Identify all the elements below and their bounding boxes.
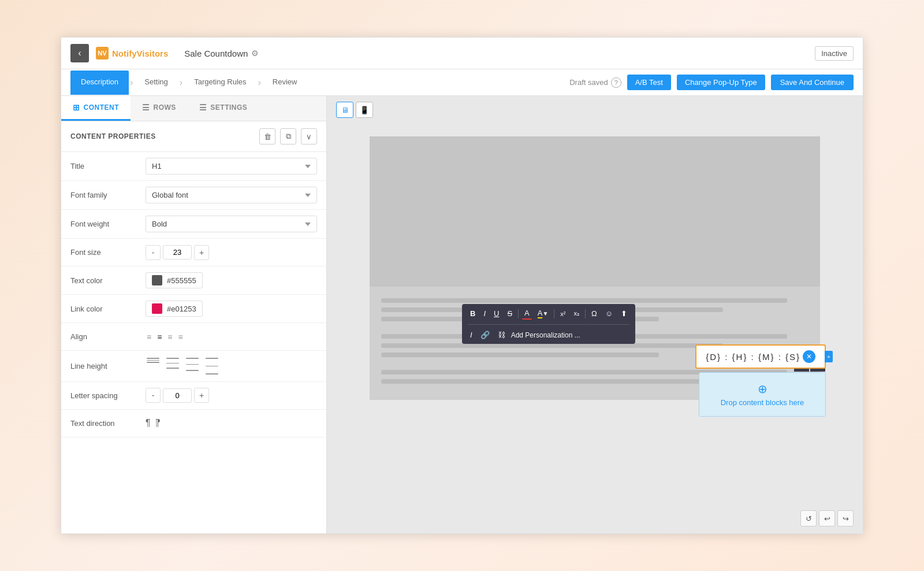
strikethrough-button[interactable]: S (505, 308, 515, 319)
tab-actions: Draft saved ? A/B Test Change Pop-Up Typ… (569, 75, 854, 90)
text-direction-buttons: ¶ ¶ (146, 418, 317, 428)
delete-property-button[interactable]: 🗑 (259, 128, 275, 144)
font-size-plus-button[interactable]: + (194, 245, 209, 260)
properties-title: CONTENT PROPERTIES (70, 132, 156, 140)
canvas-bottom-toolbar: ↺ ↩ ↪ (800, 510, 854, 526)
font-weight-select[interactable]: Bold Normal Light (146, 216, 317, 232)
text-line-1 (381, 298, 787, 303)
link-color-label: Link color (70, 305, 146, 313)
font-weight-label: Font weight (70, 220, 146, 228)
collapse-property-button[interactable]: ∨ (301, 128, 317, 144)
change-popup-button[interactable]: Change Pop-Up Type (677, 75, 765, 90)
undo-history-button[interactable]: ↺ (800, 510, 817, 526)
link-color-hex: #e01253 (167, 305, 196, 313)
sub-tab-content[interactable]: ⊞ CONTENT (61, 96, 131, 121)
italic2-button[interactable]: I (468, 329, 475, 340)
line-height-1-button[interactable] (146, 357, 161, 376)
sub-tab-settings[interactable]: ☰ SETTINGS (188, 96, 259, 121)
link-color-dot (152, 303, 162, 314)
title-select-wrapper: H1 H2 H3 H4 (146, 158, 317, 175)
highlight-button[interactable]: A ▼ (535, 307, 551, 320)
align-left-button[interactable]: ≡ (146, 331, 152, 343)
letter-spacing-plus-button[interactable]: + (194, 388, 209, 403)
subscript-button[interactable]: x₂ (572, 309, 582, 318)
italic-button[interactable]: I (481, 308, 488, 319)
countdown-text: {D} : {H} : {M} : {S} (706, 352, 800, 362)
add-personalization-button[interactable]: Add Personalization ... (511, 331, 580, 339)
title-select[interactable]: H1 H2 H3 H4 (146, 158, 317, 175)
font-size-minus-button[interactable]: - (146, 245, 161, 260)
superscript-button[interactable]: x² (558, 309, 568, 318)
title-label: Title (70, 162, 146, 170)
prop-row-align: Align ≡ ≡ ≡ ≡ (61, 323, 326, 351)
text-color-value: #555555 (146, 272, 317, 288)
line-height-2-button[interactable] (165, 357, 180, 376)
content-grid-icon: ⊞ (73, 103, 80, 112)
status-badge: Inactive (815, 46, 854, 61)
toolbar-row-divider (468, 324, 629, 325)
popup-bottom-area: B I U S A A ▼ x² x₂ (370, 287, 820, 400)
desktop-view-button[interactable]: 🖥 (336, 102, 353, 118)
text-dir-ltr-button[interactable]: ¶ (146, 418, 151, 428)
bold-button[interactable]: B (468, 308, 478, 319)
left-panel: ⊞ CONTENT ☰ ROWS ☰ SETTINGS CONTENT PROP… (61, 96, 327, 533)
emoji-button[interactable]: ☺ (603, 308, 615, 319)
upload-button[interactable]: ⬆ (619, 308, 629, 319)
tab-separator-2: › (180, 77, 182, 88)
font-color-button[interactable]: A (522, 307, 532, 320)
align-justify-button[interactable]: ≡ (177, 331, 184, 343)
tab-bar: Description › Setting › Targeting Rules … (61, 69, 863, 96)
tab-review[interactable]: Review (262, 71, 308, 95)
tab-setting[interactable]: Setting (134, 71, 178, 95)
text-direction-options: ¶ ¶ (146, 418, 317, 428)
line-height-options (146, 357, 317, 376)
toolbar-sep-2 (554, 309, 554, 318)
text-dir-rtl-button[interactable]: ¶ (155, 418, 161, 428)
align-right-button[interactable]: ≡ (166, 331, 173, 343)
letter-spacing-control: - + (146, 388, 317, 403)
font-weight-select-wrapper: Bold Normal Light (146, 216, 317, 232)
gear-icon[interactable]: ⚙ (251, 49, 259, 58)
undo-button[interactable]: ↩ (819, 510, 835, 526)
font-family-select[interactable]: Global font Arial Georgia (146, 187, 317, 203)
redo-button[interactable]: ↪ (837, 510, 854, 526)
align-center-button[interactable]: ≡ (156, 331, 163, 343)
link-button[interactable]: 🔗 (478, 329, 492, 340)
popup-top-area (370, 136, 820, 287)
save-continue-button[interactable]: Save And Continue (771, 75, 854, 90)
back-button[interactable]: ‹ (70, 44, 89, 62)
canvas-content: B I U S A A ▼ x² x₂ (327, 125, 863, 533)
line-height-4-button[interactable] (204, 357, 219, 376)
letter-spacing-input[interactable] (163, 388, 192, 403)
help-icon[interactable]: ? (611, 77, 621, 88)
text-line-5 (381, 343, 723, 348)
text-color-swatch[interactable]: #555555 (146, 272, 203, 288)
prop-row-font-weight: Font weight Bold Normal Light (61, 210, 326, 239)
font-family-label: Font family (70, 191, 146, 199)
countdown-close-button[interactable]: ✕ (803, 350, 815, 363)
unlink-button[interactable]: ⛓ (495, 329, 508, 340)
underline-button[interactable]: U (491, 308, 501, 319)
title-value: H1 H2 H3 H4 (146, 158, 317, 175)
letter-spacing-label: Letter spacing (70, 391, 146, 400)
drop-zone[interactable]: 🗑 ⧉ ⊕ Drop content blocks here (699, 372, 826, 417)
prop-row-text-direction: Text direction ¶ ¶ (61, 410, 326, 437)
omega-button[interactable]: Ω (589, 308, 599, 319)
sub-tab-rows[interactable]: ☰ ROWS (131, 96, 188, 121)
link-color-swatch[interactable]: #e01253 (146, 301, 203, 317)
copy-property-button[interactable]: ⧉ (280, 128, 296, 144)
ab-test-button[interactable]: A/B Test (627, 75, 671, 90)
letter-spacing-stepper: - + (146, 388, 317, 403)
tab-description[interactable]: Description (70, 71, 129, 95)
letter-spacing-minus-button[interactable]: - (146, 388, 161, 403)
settings-list-icon: ☰ (199, 103, 207, 112)
link-color-value: #e01253 (146, 301, 317, 317)
campaign-title: Sale Countdown ⚙ (184, 49, 808, 58)
draft-saved: Draft saved ? (569, 77, 621, 88)
font-size-control: - + (146, 245, 317, 260)
tab-targeting[interactable]: Targeting Rules (184, 71, 256, 95)
text-color-hex: #555555 (167, 276, 196, 285)
font-size-input[interactable] (163, 245, 192, 259)
mobile-view-button[interactable]: 📱 (356, 102, 373, 118)
line-height-3-button[interactable] (185, 357, 200, 376)
